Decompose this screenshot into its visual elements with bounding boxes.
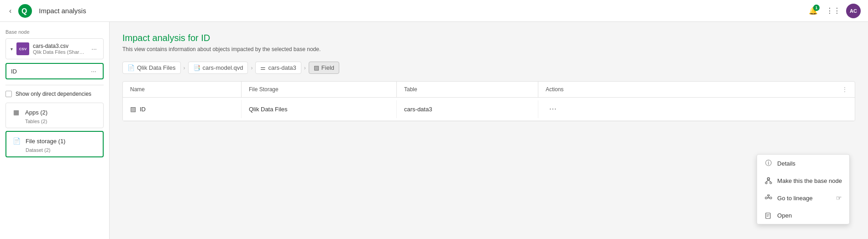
td-table-value: cars-data3 [404,106,432,113]
breadcrumb: 📄 Qlik Data Files › 📑 cars-model.qvd › ⚌… [122,62,855,74]
breadcrumb-label-1: cars-model.qvd [203,64,243,71]
row-actions-button[interactable]: ··· [546,103,560,115]
th-name[interactable]: Name [123,82,242,97]
svg-point-4 [770,182,772,184]
breadcrumb-label-3: Field [321,64,334,71]
table-row: ▨ ID Qlik Data Files cars-data3 ··· [123,98,855,121]
svg-rect-12 [766,213,770,218]
action-open[interactable]: Open [757,207,849,224]
breadcrumb-sep-2: › [304,65,306,71]
action-make-base-node-label: Make this the base node [777,177,842,184]
info-icon: ⓘ [764,159,773,167]
field-icon: ▨ [314,64,319,71]
column-resize-icon[interactable]: ⋮ [842,86,847,93]
svg-point-2 [768,178,770,180]
direct-deps-checkbox-row[interactable]: Show only direct dependencies [5,91,104,97]
table-header: Name File Storage Table Actions ⋮ [123,82,855,98]
base-node-name: cars-data3.csv [33,43,86,49]
open-icon [764,211,773,219]
base-node-sub: Qlik Data Files (Shared) [33,49,86,55]
node-icon [764,177,773,185]
topnav: ‹ Q Impact analysis 🔔 1 ⋮⋮ AC [0,0,868,22]
td-table: cars-data3 [397,100,538,118]
svg-line-6 [768,180,771,182]
data-table: Name File Storage Table Actions ⋮ ▨ ID [122,81,855,121]
breadcrumb-label-0: Qlik Data Files [137,64,176,71]
main-content: Impact analysis for ID This view contain… [110,22,868,239]
svg-rect-8 [770,197,772,199]
td-actions: ··· [538,98,855,120]
apps-dep-icon: ▦ [11,107,21,118]
chevron-down-icon: ▾ [11,47,13,52]
td-name-value: ID [140,106,146,113]
user-avatar[interactable]: AC [846,4,861,18]
apps-dep-item[interactable]: ▦ Apps (2) Tables (2) [5,103,104,128]
lineage-icon [764,194,773,202]
file-storage-dep-item[interactable]: 📄 File storage (1) Dataset (2) [5,131,104,157]
base-node-more-button[interactable]: ··· [89,44,99,53]
direct-deps-checkbox[interactable] [5,91,12,97]
main-layout: Base node ▾ CSV cars-data3.csv Qlik Data… [0,0,868,239]
actions-dropdown: ⓘ Details Make this the base node [757,154,850,224]
action-details[interactable]: ⓘ Details [757,155,849,172]
apps-dep-sub: Tables (2) [25,119,99,124]
content-title: Impact analysis for ID [122,33,855,43]
apps-dep-name: Apps (2) [25,109,47,116]
action-details-label: Details [777,160,795,167]
qlik-logo-icon: Q [18,4,32,18]
csv-icon: CSV [16,42,29,55]
back-button[interactable]: ‹ [7,5,13,17]
file-icon: 📄 [127,64,135,71]
notification-badge: 1 [813,5,820,11]
field-label: ID [11,68,17,75]
svg-text:Q: Q [21,7,27,15]
qlik-logo: Q [18,4,32,18]
topnav-right: 🔔 1 ⋮⋮ AC [806,4,861,18]
action-make-base-node[interactable]: Make this the base node [757,172,849,189]
action-open-label: Open [777,212,792,219]
file-storage-dep-sub: Dataset (2) [26,147,98,153]
qvd-icon: 📑 [193,64,200,71]
content-desc: This view contains information about obj… [122,46,855,52]
topnav-left: ‹ Q Impact analysis [7,4,86,18]
file-storage-dep-icon: 📄 [11,135,22,146]
sidebar-divider [5,85,104,85]
th-actions: Actions ⋮ [538,82,855,97]
action-go-to-lineage[interactable]: Go to lineage ☞ [757,189,849,207]
field-item[interactable]: ID ··· [5,63,104,79]
breadcrumb-label-2: cars-data3 [268,64,296,71]
breadcrumb-field[interactable]: ▨ Field [309,62,339,74]
direct-deps-label: Show only direct dependencies [16,91,91,97]
th-table[interactable]: Table [397,82,538,97]
base-node-info: cars-data3.csv Qlik Data Files (Shared) [33,43,86,55]
apps-grid-button[interactable]: ⋮⋮ [826,4,841,18]
td-filestorage-value: Qlik Data Files [249,106,288,113]
page-title: Impact analysis [39,7,86,15]
notification-button[interactable]: 🔔 1 [806,4,821,18]
cursor-indicator: ☞ [836,194,842,202]
svg-rect-7 [765,197,767,199]
breadcrumb-cars-model[interactable]: 📑 cars-model.qvd [188,62,248,74]
breadcrumb-cars-data3[interactable]: ⚌ cars-data3 [255,62,301,74]
file-storage-dep-name: File storage (1) [26,138,65,145]
breadcrumb-qlik-data-files[interactable]: 📄 Qlik Data Files [122,62,181,74]
svg-line-5 [766,180,768,182]
svg-point-3 [765,182,767,184]
table-icon: ⚌ [260,64,266,71]
td-name: ▨ ID [123,100,242,118]
action-go-to-lineage-label: Go to lineage [777,195,812,202]
row-table-icon: ▨ [130,105,136,113]
base-node-card[interactable]: ▾ CSV cars-data3.csv Qlik Data Files (Sh… [5,38,104,59]
field-more-button[interactable]: ··· [89,67,98,76]
th-filestorage[interactable]: File Storage [242,82,397,97]
breadcrumb-sep-0: › [184,65,185,71]
svg-rect-11 [768,195,769,196]
sidebar: Base node ▾ CSV cars-data3.csv Qlik Data… [0,22,110,239]
td-filestorage: Qlik Data Files [242,100,397,118]
base-node-section-title: Base node [5,29,104,35]
breadcrumb-sep-1: › [251,65,253,71]
